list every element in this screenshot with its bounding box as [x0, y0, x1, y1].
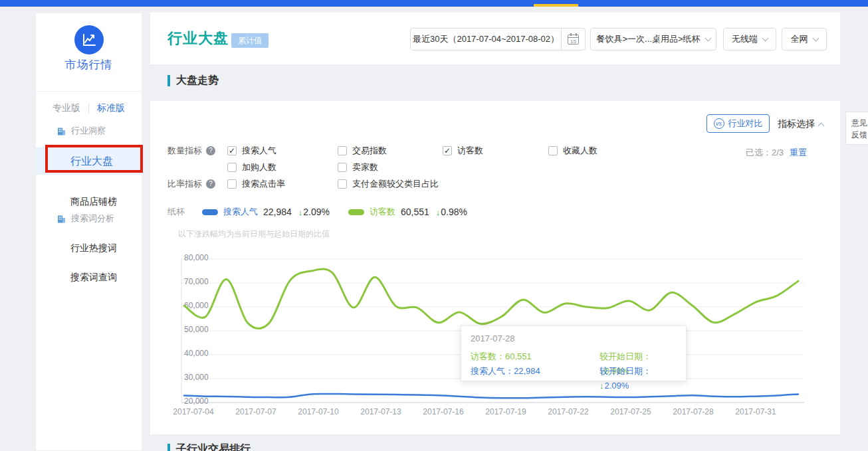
- down-arrow-icon: ↓: [436, 207, 441, 217]
- scope-value: 全网: [791, 33, 808, 45]
- series-value: 22,984: [263, 207, 292, 217]
- checkbox[interactable]: [227, 179, 237, 189]
- svg-text:2017-07-22: 2017-07-22: [548, 407, 589, 416]
- svg-text:30,000: 30,000: [184, 373, 209, 382]
- metric-checkbox-visitors[interactable]: ✓ 访客数: [443, 145, 483, 157]
- svg-text:50,000: 50,000: [184, 325, 209, 334]
- metric-checkbox-favorites[interactable]: 收藏人数: [548, 145, 597, 157]
- metric-checkbox-search-ctr[interactable]: 搜索点击率: [227, 178, 285, 190]
- terminal-value: 无线端: [732, 33, 758, 45]
- series-name[interactable]: 访客数: [370, 206, 395, 218]
- svg-text:20,000: 20,000: [184, 397, 209, 406]
- scope-dropdown[interactable]: 全网: [782, 28, 827, 50]
- svg-text:80,000: 80,000: [184, 253, 209, 262]
- version-tabs: 专业版 标准版: [36, 98, 142, 118]
- series-color-pill-green: [348, 209, 364, 215]
- chart-note: 以下涨跌幅均为当前日期与起始日期的比值: [178, 228, 330, 240]
- divider: [36, 91, 142, 92]
- help-icon[interactable]: ?: [206, 146, 215, 155]
- checkbox[interactable]: [338, 179, 347, 189]
- tooltip-row-search: 搜索人气：22,984 较开始日期：↓2.09%: [471, 364, 677, 379]
- checkbox[interactable]: [548, 146, 558, 155]
- annotation-highlight-box: [45, 145, 143, 173]
- section-bullet: [167, 444, 170, 451]
- reset-link[interactable]: 重置: [790, 147, 807, 159]
- series-change: 0.98%: [441, 207, 467, 217]
- sidebar-group-industry-insight: 行业洞察: [57, 125, 106, 137]
- sidebar-group-label: 行业洞察: [71, 125, 106, 137]
- tab-standard-version[interactable]: 标准版: [89, 102, 133, 114]
- svg-text:2017-07-13: 2017-07-13: [360, 407, 401, 416]
- sidebar-item-search-word-query[interactable]: 搜索词查询: [36, 270, 142, 284]
- svg-text:2017-07-04: 2017-07-04: [173, 407, 214, 416]
- sidebar-item-hot-search-words[interactable]: 行业热搜词: [36, 240, 142, 255]
- series-name[interactable]: 搜索人气: [223, 206, 258, 218]
- svg-text:2017-07-16: 2017-07-16: [423, 407, 464, 416]
- date-range-picker[interactable]: 最近30天（2017-07-04~2017-08-02） 15: [410, 28, 586, 50]
- svg-text:2017-07-19: 2017-07-19: [485, 407, 526, 416]
- svg-text:40,000: 40,000: [184, 349, 209, 358]
- app-title: 市场行情: [36, 57, 142, 72]
- page-header: 行业大盘 累计值 最近30天（2017-07-04~2017-08-02） 15…: [150, 13, 840, 64]
- app-logo: [74, 25, 104, 54]
- sidebar: 市场行情 专业版 标准版 行业洞察 行业大盘 商品店铺榜: [35, 13, 142, 451]
- building-icon: [57, 127, 66, 135]
- chevron-down-icon: [705, 35, 711, 41]
- terminal-dropdown[interactable]: 无线端: [723, 28, 776, 50]
- feedback-tab[interactable]: 意见 反馈: [845, 112, 868, 145]
- checkbox[interactable]: [227, 163, 237, 172]
- chevron-up-icon: [818, 123, 825, 130]
- top-nav-bar: [0, 0, 868, 7]
- chart-tooltip: 2017-07-28 访客数：60,551 较开始日期：↓0.98% 搜索人气：…: [461, 325, 687, 381]
- series-value: 60,551: [401, 207, 429, 217]
- svg-text:2017-07-10: 2017-07-10: [298, 407, 339, 416]
- metric-checkbox-trade-index[interactable]: 交易指数: [338, 145, 387, 157]
- tab-pro-version[interactable]: 专业版: [45, 102, 88, 114]
- chevron-down-icon: [812, 35, 819, 41]
- metric-select-toggle[interactable]: 指标选择: [778, 118, 823, 130]
- trend-panel: vs 行业对比 指标选择 数量指标 ? ✓ 搜索人气 交易指数 ✓ 访客数 收藏…: [150, 101, 840, 434]
- category-dropdown[interactable]: 餐饮具>一次...桌用品>纸杯: [590, 28, 716, 50]
- metric-checkbox-payment-share[interactable]: 支付金额较父类目占比: [338, 178, 439, 190]
- section-bullet: [167, 75, 170, 86]
- sidebar-group-label: 搜索词分析: [71, 213, 114, 225]
- selected-count: 已选：2/3: [746, 147, 784, 159]
- date-range-text: 最近30天（2017-07-04~2017-08-02）: [411, 33, 561, 45]
- svg-text:2017-07-28: 2017-07-28: [673, 407, 714, 416]
- down-arrow-icon: ↓: [599, 381, 604, 391]
- trend-logo-icon: [81, 32, 97, 48]
- svg-text:70,000: 70,000: [184, 277, 209, 286]
- ratio-metrics-label: 比率指标 ?: [167, 178, 215, 190]
- section-header-trend: 大盘走势: [167, 74, 219, 88]
- chevron-down-icon: [762, 35, 769, 41]
- checkbox[interactable]: [338, 146, 347, 155]
- calendar-icon: 15: [568, 35, 579, 45]
- svg-text:2017-07-31: 2017-07-31: [735, 407, 776, 416]
- series-color-pill-blue: [202, 209, 218, 215]
- down-arrow-icon: ↓: [298, 207, 303, 217]
- svg-text:2017-07-07: 2017-07-07: [235, 407, 276, 416]
- tooltip-row-visitors: 访客数：60,551 较开始日期：↓0.98%: [471, 349, 677, 364]
- section-header-next: 子行业交易排行: [167, 442, 251, 451]
- industry-compare-button[interactable]: vs 行业对比: [706, 114, 770, 133]
- calendar-button[interactable]: 15: [561, 29, 585, 50]
- metric-checkbox-search-popularity[interactable]: ✓ 搜索人气: [227, 145, 276, 157]
- series-change: 2.09%: [303, 207, 330, 217]
- tooltip-date: 2017-07-28: [471, 333, 677, 343]
- help-icon[interactable]: ?: [206, 179, 215, 189]
- legend-category: 纸杯: [167, 206, 185, 218]
- checkbox[interactable]: [338, 163, 347, 172]
- metric-checkbox-add-to-cart[interactable]: 加购人数: [227, 161, 276, 173]
- building-icon: [57, 215, 66, 223]
- chart-legend: 纸杯 搜索人气 22,984 ↓ 2.09% 访客数 60,551 ↓ 0.98…: [167, 206, 486, 218]
- sidebar-group-search-analysis: 搜索词分析: [57, 213, 114, 225]
- active-nav-indicator: [534, 4, 578, 7]
- cumulative-badge: 累计值: [231, 33, 269, 48]
- page-title: 行业大盘: [167, 29, 229, 48]
- checkbox[interactable]: ✓: [443, 146, 452, 155]
- sidebar-item-product-shop-rank[interactable]: 商品店铺榜: [36, 194, 142, 209]
- vs-icon: vs: [714, 118, 724, 129]
- screen: 市场行情 专业版 标准版 行业洞察 行业大盘 商品店铺榜: [0, 0, 868, 451]
- metric-checkbox-sellers[interactable]: 卖家数: [338, 161, 378, 173]
- checkbox[interactable]: ✓: [227, 146, 237, 155]
